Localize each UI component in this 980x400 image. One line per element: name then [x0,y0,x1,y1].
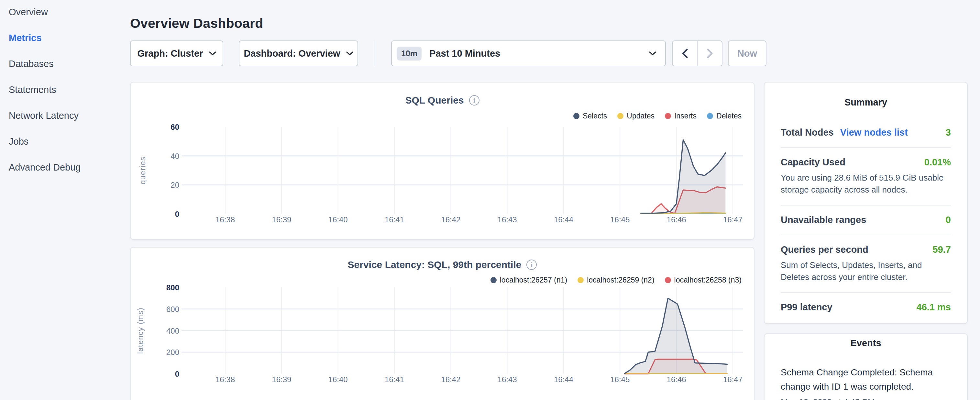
time-range-label: Past 10 Minutes [430,48,500,59]
sidebar-item-statements[interactable]: Statements [9,84,56,95]
summary-title: Summary [765,83,967,108]
summary-row-label: Total Nodes [781,127,834,138]
sidebar-item-network-latency[interactable]: Network Latency [9,110,79,121]
svg-text:16:39: 16:39 [272,375,291,384]
svg-text:40: 40 [170,152,179,161]
summary-row-description: You are using 28.6 MiB of 515.9 GiB usab… [781,172,951,196]
summary-row-value: 0 [946,215,951,225]
time-range-badge: 10m [397,46,422,61]
event-item: Schema Change Completed: Schema change w… [781,365,951,400]
divider [781,147,951,148]
svg-text:16:45: 16:45 [610,215,630,224]
summary-panel: Summary Total NodesView nodes list3Capac… [764,82,968,324]
summary-row-description: Sum of Selects, Updates, Inserts, and De… [781,259,951,283]
sql-queries-chart-panel: SQL Queries i SelectsUpdatesInsertsDelet… [130,82,754,240]
svg-text:16:40: 16:40 [328,375,348,384]
summary-row: Total NodesView nodes list3 [781,127,951,138]
svg-text:16:46: 16:46 [667,375,686,384]
svg-text:16:42: 16:42 [441,215,460,224]
svg-text:16:44: 16:44 [554,215,573,224]
sidebar-item-jobs[interactable]: Jobs [9,136,29,147]
svg-text:16:45: 16:45 [610,375,630,384]
summary-row-label: Queries per second [781,244,869,255]
summary-row-value: 46.1 ms [916,302,951,312]
chevron-down-icon [346,51,353,56]
summary-row: Capacity Used0.01%You are using 28.6 MiB… [781,157,951,196]
svg-text:16:38: 16:38 [215,215,235,224]
summary-row: P99 latency46.1 ms [781,302,951,313]
time-step-forward-button[interactable] [697,41,722,66]
summary-row: Unavailable ranges0 [781,215,951,226]
now-button[interactable]: Now [728,40,767,66]
svg-text:16:47: 16:47 [723,215,743,224]
events-title: Events [765,334,967,349]
divider [781,205,951,206]
svg-text:16:38: 16:38 [215,375,235,384]
svg-text:16:39: 16:39 [272,215,291,224]
summary-row-label: P99 latency [781,302,832,312]
divider [781,234,951,235]
summary-row-label: Capacity Used [781,157,845,167]
svg-text:600: 600 [166,305,179,314]
controls-divider [375,40,375,66]
svg-text:200: 200 [166,348,179,357]
svg-text:16:47: 16:47 [723,375,743,384]
svg-text:queries: queries [138,157,147,185]
graph-scope-label: Graph: Cluster [137,48,203,59]
svg-text:800: 800 [166,283,179,292]
svg-text:20: 20 [170,180,179,189]
time-step-back-button[interactable] [673,41,697,66]
chevron-down-icon [209,51,216,56]
event-text: Schema Change Completed: Schema change w… [781,365,951,394]
svg-text:16:46: 16:46 [667,215,686,224]
sidebar-item-metrics[interactable]: Metrics [9,32,42,43]
dashboard-dropdown-label: Dashboard: Overview [243,48,340,59]
events-panel: Events Schema Change Completed: Schema c… [764,333,968,400]
sidebar-item-databases[interactable]: Databases [9,58,54,69]
svg-text:16:40: 16:40 [328,215,348,224]
svg-text:0: 0 [175,210,179,218]
svg-text:16:41: 16:41 [385,215,404,224]
summary-row-value: 59.7 [933,244,951,255]
svg-text:16:42: 16:42 [441,375,460,384]
page-title: Overview Dashboard [130,16,263,31]
divider [781,292,951,293]
view-nodes-list-link[interactable]: View nodes list [840,127,908,138]
time-range-dropdown[interactable]: 10m Past 10 Minutes [391,40,666,66]
svg-text:latency (ms): latency (ms) [136,308,145,354]
sidebar-item-advanced-debug[interactable]: Advanced Debug [9,162,81,173]
svg-text:16:44: 16:44 [554,375,573,384]
event-timestamp: May 13, 2020 at 4:45 PM [781,397,951,400]
summary-row-label: Unavailable ranges [781,215,866,225]
graph-scope-dropdown[interactable]: Graph: Cluster [130,40,223,66]
svg-text:400: 400 [166,327,179,335]
chevron-right-icon [706,49,713,58]
summary-row-value: 3 [946,127,951,138]
sidebar-item-overview[interactable]: Overview [9,6,48,18]
summary-row-value: 0.01% [924,157,951,167]
time-step-buttons [672,40,722,66]
svg-text:16:43: 16:43 [498,375,517,384]
summary-row: Queries per second59.7Sum of Selects, Up… [781,244,951,283]
dashboard-dropdown[interactable]: Dashboard: Overview [239,40,358,66]
chevron-down-icon [649,51,656,56]
sidebar: OverviewMetricsDatabasesStatementsNetwor… [0,0,129,400]
svg-text:60: 60 [170,123,179,131]
sql-queries-chart[interactable]: 16:3816:3916:4016:4116:4216:4316:4416:45… [131,83,754,239]
chevron-left-icon [682,49,688,58]
service-latency-chart-panel: Service Latency: SQL, 99th percentile i … [130,247,754,400]
svg-text:16:41: 16:41 [385,375,404,384]
service-latency-chart[interactable]: 16:3816:3916:4016:4116:4216:4316:4416:45… [131,247,754,400]
svg-text:0: 0 [175,370,179,378]
svg-text:16:43: 16:43 [498,215,517,224]
